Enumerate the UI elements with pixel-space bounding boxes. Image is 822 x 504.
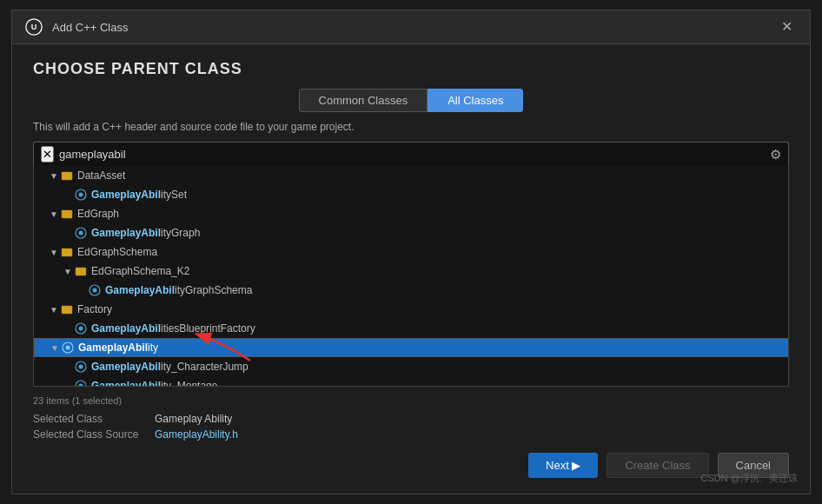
tab-all-classes[interactable]: All Classes [428,89,523,112]
selected-source-label: Selected Class Source [33,428,155,441]
tree-row[interactable]: GameplayAbility_Montage [34,376,788,387]
svg-rect-3 [62,172,66,174]
folder-icon [74,264,88,278]
svg-point-5 [79,193,83,197]
tree-expand-arrow: ▼ [48,171,60,181]
add-cpp-class-dialog: U Add C++ Class ✕ CHOOSE PARENT CLASS Co… [11,10,811,494]
svg-point-15 [93,288,97,293]
tree-item-label: GameplayAbility_CharacterJump [91,361,249,373]
class-icon [88,283,102,297]
tree-row[interactable]: GameplayAbilityGraph [34,223,788,242]
svg-rect-13 [76,268,80,269]
class-icon [74,360,88,374]
tree-item-label: GameplayAbilitiesBlueprintFactory [91,322,255,335]
tree-expand-arrow: ▼ [48,248,60,257]
ue-logo-icon: U [24,17,43,36]
svg-rect-7 [62,210,66,212]
selected-class-label: Selected Class [33,413,155,425]
class-icon [74,322,88,335]
footer-buttons: Next ▶ Create Class Cancel [33,453,789,481]
folder-icon [60,302,74,316]
tree-row[interactable]: ▼ EdGraphSchema_K2 [34,262,788,281]
source-link[interactable]: GameplayAbility.h [155,428,238,441]
tree-item-label: EdGraphSchema [77,246,157,258]
tree-item-label: GameplayAbilityGraphSchema [105,284,252,296]
tab-row: Common Classes All Classes [33,89,789,112]
svg-point-9 [79,231,83,235]
selected-class-value: Gameplay Ability [155,413,789,425]
tree-row[interactable]: GameplayAbilitySet [34,185,788,204]
search-settings-button[interactable]: ⚙ [770,147,781,162]
class-icon [74,379,88,387]
tab-common-classes[interactable]: Common Classes [299,89,428,112]
section-title: CHOOSE PARENT CLASS [33,60,789,78]
svg-text:U: U [31,23,37,31]
class-icon [61,341,75,355]
tree-item-label: GameplayAbilitySet [91,189,187,201]
tree-row[interactable]: GameplayAbility_CharacterJump [34,357,788,376]
tree-expand-arrow: ▼ [49,343,61,353]
tree-item-label: GameplayAbility [78,342,158,354]
tree-row-selected[interactable]: ▼ GameplayAbility [34,338,788,357]
dialog-body: CHOOSE PARENT CLASS Common Classes All C… [12,44,810,494]
tree-row[interactable]: ▼ Factory [34,300,788,319]
tree-expand-arrow: ▼ [48,305,60,315]
watermark-text: CSDN @浮沉、奕迁琼 [701,472,798,485]
dialog-title: Add C++ Class [52,21,128,34]
next-button[interactable]: Next ▶ [528,453,598,478]
tree-row[interactable]: GameplayAbilitiesBlueprintFactory [34,319,788,338]
class-icon [74,188,88,202]
tree-item-label: EdGraphSchema_K2 [91,265,189,277]
svg-point-21 [66,346,70,350]
close-button[interactable]: ✕ [776,18,798,36]
folder-icon [60,169,74,182]
tree-item-label: Factory [77,303,112,315]
class-icon [74,226,88,240]
selected-source-value: GameplayAbility.h [155,428,789,441]
svg-rect-17 [62,306,66,308]
svg-point-19 [79,327,83,331]
create-class-button[interactable]: Create Class [607,453,708,478]
tree-row[interactable]: ▼ EdGraph [34,204,788,223]
tree-item-label: DataAsset [77,169,125,182]
tree-row[interactable]: GameplayAbilityGraphSchema [34,281,788,300]
tree-row[interactable]: ▼ DataAsset [34,166,788,185]
title-bar: U Add C++ Class ✕ [12,10,810,44]
status-row: 23 items (1 selected) [33,395,789,406]
info-grid: Selected Class Gameplay Ability Selected… [33,413,789,441]
tree-item-label: GameplayAbilityGraph [91,227,200,239]
class-tree[interactable]: ▼ DataAsset GameplayAbilitySet ▼ [33,166,789,387]
tree-item-label: EdGraph [77,208,119,220]
tree-item-label: GameplayAbility_Montage [91,380,217,387]
search-clear-button[interactable]: ✕ [41,146,54,162]
svg-point-25 [79,384,83,388]
search-input[interactable] [59,148,759,161]
svg-point-23 [79,365,83,369]
folder-icon [60,245,74,259]
tree-expand-arrow: ▼ [48,209,60,219]
tree-expand-arrow: ▼ [62,267,74,276]
tree-row[interactable]: ▼ EdGraphSchema [34,242,788,262]
description-text: This will add a C++ header and source co… [33,121,789,133]
search-bar: ✕ ⚙ [33,142,789,166]
svg-rect-11 [62,249,66,250]
folder-icon [60,207,74,221]
